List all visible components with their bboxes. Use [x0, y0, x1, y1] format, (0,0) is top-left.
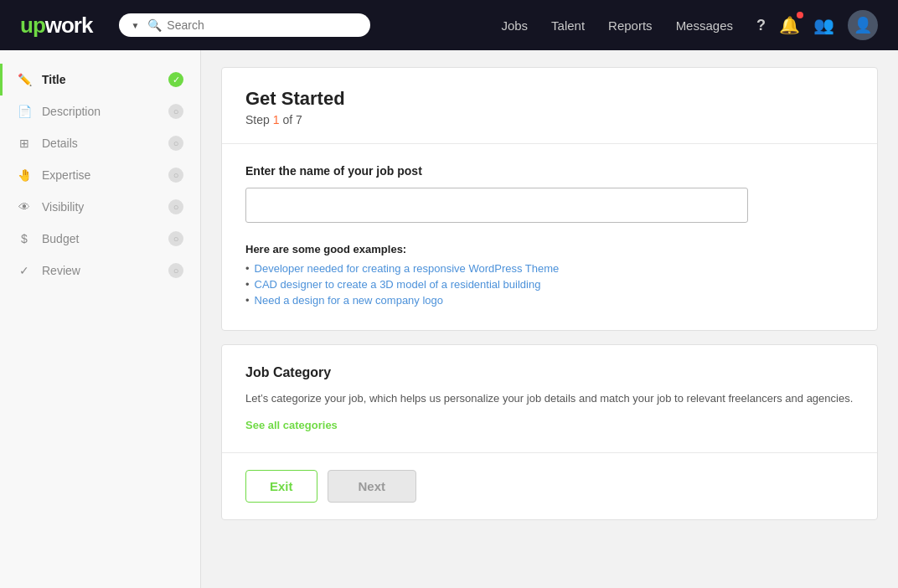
job-name-label: Enter the name of your job post	[245, 164, 854, 178]
step-suffix: of 7	[280, 113, 302, 126]
sidebar-item-review[interactable]: ✓ Review ○	[0, 255, 200, 286]
step-prefix: Step	[245, 113, 273, 126]
sidebar-item-description[interactable]: 📄 Description ○	[0, 95, 200, 127]
checkmark-icon: ✓	[17, 263, 32, 278]
sidebar-item-visibility[interactable]: 👁 Visibility ○	[0, 191, 200, 223]
nav-jobs[interactable]: Jobs	[501, 18, 528, 33]
sidebar: ✏️ Title ✓ 📄 Description ○ ⊞ Details ○ 🤚…	[0, 50, 201, 588]
job-name-section: Enter the name of your job post	[222, 144, 877, 243]
page-title: Get Started	[245, 88, 854, 110]
see-all-categories-link[interactable]: See all categories	[245, 419, 338, 431]
avatar[interactable]: 👤	[848, 10, 878, 40]
sidebar-label-visibility: Visibility	[42, 200, 84, 214]
job-category-content: Job Category Let’s categorize your job, …	[222, 345, 877, 452]
footer-buttons: Exit Next	[222, 452, 877, 519]
sidebar-check-details: ○	[168, 136, 183, 151]
examples-title: Here are some good examples:	[245, 243, 854, 255]
sidebar-check-visibility: ○	[168, 199, 183, 214]
main-layout: ✏️ Title ✓ 📄 Description ○ ⊞ Details ○ 🤚…	[0, 50, 898, 588]
example-text-3: Need a design for a new company logo	[255, 294, 443, 307]
example-link-3[interactable]: Need a design for a new company logo	[255, 294, 443, 307]
search-input[interactable]	[167, 18, 359, 32]
example-item-1: Developer needed for creating a responsi…	[245, 262, 854, 275]
sidebar-label-expertise: Expertise	[42, 168, 90, 182]
sidebar-check-review: ○	[168, 263, 183, 278]
sidebar-item-title[interactable]: ✏️ Title ✓	[0, 64, 200, 95]
nav-talent[interactable]: Talent	[551, 18, 585, 33]
example-link-1[interactable]: Developer needed for creating a responsi…	[255, 262, 560, 275]
examples-section: Here are some good examples: Developer n…	[222, 243, 877, 330]
sidebar-label-details: Details	[42, 137, 78, 150]
hand-icon: 🤚	[17, 168, 32, 183]
example-link-2[interactable]: CAD designer to create a 3D model of a r…	[255, 278, 541, 291]
example-text-1: Developer needed for creating a responsi…	[255, 262, 560, 275]
sidebar-check-budget: ○	[168, 231, 183, 246]
notifications-icon[interactable]: 🔔	[779, 15, 800, 35]
get-started-card: Get Started Step 1 of 7 Enter the name o…	[221, 67, 878, 331]
eye-icon: 👁	[17, 199, 32, 214]
get-started-header: Get Started Step 1 of 7	[222, 68, 877, 144]
help-icon[interactable]: ?	[756, 17, 766, 34]
sidebar-label-review: Review	[42, 264, 80, 277]
logo-text: upwork	[20, 13, 92, 39]
job-name-input[interactable]	[245, 188, 748, 223]
search-icon: 🔍	[147, 18, 162, 32]
pencil-icon: ✏️	[17, 72, 32, 87]
sidebar-check-title: ✓	[168, 72, 183, 87]
category-title: Job Category	[245, 365, 854, 380]
sidebar-item-budget[interactable]: $ Budget ○	[0, 223, 200, 255]
notification-badge	[797, 12, 803, 18]
file-icon: 📄	[17, 104, 32, 119]
sidebar-item-expertise[interactable]: 🤚 Expertise ○	[0, 159, 200, 191]
dollar-icon: $	[17, 231, 32, 246]
next-button[interactable]: Next	[328, 470, 417, 503]
grid-icon: ⊞	[17, 136, 32, 151]
step-current: 1	[273, 113, 280, 126]
sidebar-label-description: Description	[42, 105, 101, 118]
main-nav: Jobs Talent Reports Messages	[501, 18, 733, 33]
sidebar-check-expertise: ○	[168, 168, 183, 183]
logo[interactable]: upwork	[20, 13, 92, 39]
sidebar-label-budget: Budget	[42, 232, 79, 245]
example-item-3: Need a design for a new company logo	[245, 294, 854, 307]
category-description: Let’s categorize your job, which helps u…	[245, 390, 854, 407]
example-text-2: CAD designer to create a 3D model of a r…	[255, 278, 541, 291]
nav-reports[interactable]: Reports	[608, 18, 653, 33]
exit-button[interactable]: Exit	[245, 470, 317, 503]
job-category-card: Job Category Let’s categorize your job, …	[221, 344, 878, 520]
header-icons: ? 🔔 👥 👤	[756, 10, 878, 40]
nav-messages[interactable]: Messages	[676, 18, 733, 33]
sidebar-item-details[interactable]: ⊞ Details ○	[0, 127, 200, 159]
content-area: Get Started Step 1 of 7 Enter the name o…	[201, 50, 898, 588]
search-filter-icon: ▼	[131, 21, 139, 30]
header: upwork ▼ 🔍 Jobs Talent Reports Messages …	[0, 0, 898, 50]
sidebar-label-title: Title	[42, 73, 66, 86]
step-indicator: Step 1 of 7	[245, 113, 854, 126]
search-bar[interactable]: ▼ 🔍	[119, 13, 370, 37]
sidebar-check-description: ○	[168, 104, 183, 119]
switch-account-icon[interactable]: 👥	[813, 15, 834, 35]
example-item-2: CAD designer to create a 3D model of a r…	[245, 278, 854, 291]
